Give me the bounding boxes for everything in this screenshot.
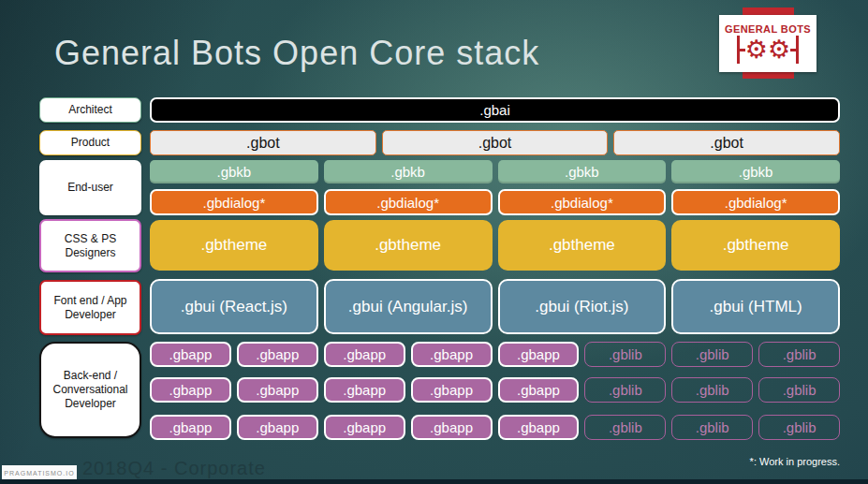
gear-icon: ⚙ (768, 37, 790, 63)
label-frontend-app-developer: Font end / App Developer (39, 280, 141, 335)
row-gbdialog: .gbdialog* .gbdialog* .gbdialog* .gbdial… (150, 189, 840, 215)
logo-brand-text: GENERAL BOTS (725, 23, 811, 35)
gbapp-box: .gbapp (498, 342, 580, 367)
work-in-progress-note: *: Work in progress. (750, 456, 840, 467)
gbapp-box: .gbapp (237, 415, 318, 440)
gbtheme-box: .gbtheme (324, 220, 493, 271)
row-gbapp-2: .gbapp .gbapp .gbapp .gbapp .gbapp .gbli… (150, 377, 840, 403)
row-gbkb: .gbkb .gbkb .gbkb .gbkb (150, 160, 840, 183)
gbapp-box: .gbapp (498, 377, 580, 403)
gbkb-box: .gbkb (671, 160, 840, 183)
row-gbapp-3: .gbapp .gbapp .gbapp .gbapp .gbapp .gbli… (150, 415, 840, 440)
page-title: General Bots Open Core stack (54, 34, 539, 73)
gbot-box: .gbot (613, 130, 840, 155)
gblib-box: .gblib (671, 377, 753, 403)
gbkb-box: .gbkb (150, 160, 318, 183)
gear-icon: ⚙ (745, 37, 768, 63)
gbtheme-box: .gbtheme (671, 220, 840, 271)
gbui-angular-box: .gbui (Angular.js) (324, 279, 493, 334)
gbui-riot-box: .gbui (Riot.js) (498, 279, 667, 334)
gbapp-box: .gbapp (237, 342, 318, 367)
gbdialog-box: .gbdialog* (324, 189, 493, 215)
row-gbot: .gbot .gbot .gbot (150, 130, 840, 155)
gbdialog-box: .gbdialog* (671, 189, 840, 215)
gblib-box: .gblib (671, 342, 753, 367)
gblib-box: .gblib (584, 377, 666, 403)
label-backend-conversational-developer: Back-end / Conversational Developer (39, 342, 141, 438)
bottom-edge-strip (0, 479, 868, 484)
gbapp-box: .gbapp (498, 415, 580, 440)
gbapp-box: .gbapp (324, 342, 405, 367)
gblib-box: .gblib (584, 415, 666, 440)
gblib-box: .gblib (758, 415, 840, 440)
general-bots-logo: GENERAL BOTS ⚙ ⚙ (719, 15, 817, 72)
gbui-react-box: .gbui (React.js) (150, 279, 318, 334)
label-product: Product (39, 130, 141, 155)
gbui-html-box: .gbui (HTML) (671, 279, 840, 334)
gbapp-box: .gbapp (150, 342, 231, 367)
gbapp-box: .gbapp (150, 377, 231, 403)
gbkb-box: .gbkb (324, 160, 493, 183)
gbot-box: .gbot (150, 130, 376, 155)
gbapp-box: .gbapp (411, 377, 493, 403)
gbapp-box: .gbapp (324, 377, 405, 403)
label-css-ps-designers: CSS & PS Designers (39, 219, 141, 272)
gbtheme-box: .gbtheme (150, 220, 318, 271)
gbapp-box: .gbapp (411, 415, 493, 440)
gbdialog-box: .gbdialog* (150, 189, 318, 215)
row-gbtheme: .gbtheme .gbtheme .gbtheme .gbtheme (150, 220, 840, 271)
row-gbapp-1: .gbapp .gbapp .gbapp .gbapp .gbapp .gbli… (150, 342, 840, 367)
gbot-box: .gbot (382, 130, 609, 155)
gbtheme-box: .gbtheme (498, 220, 667, 271)
slide-background: General Bots Open Core stack GENERAL BOT… (0, 0, 868, 484)
slide-caption: 2018Q4 - Corporate (82, 458, 266, 479)
gblib-box: .gblib (758, 342, 840, 367)
gbapp-box: .gbapp (150, 415, 231, 440)
label-end-user: End-user (39, 160, 141, 215)
gbdialog-box: .gbdialog* (498, 189, 667, 215)
gears-icon: ⚙ ⚙ (737, 36, 799, 64)
gblib-box: .gblib (671, 415, 753, 440)
gbapp-box: .gbapp (324, 415, 405, 440)
gblib-box: .gblib (584, 342, 666, 367)
gblib-box: .gblib (758, 377, 840, 403)
gbai-box: .gbai (150, 97, 840, 123)
row-gbui: .gbui (React.js) .gbui (Angular.js) .gbu… (150, 279, 840, 334)
gbapp-box: .gbapp (411, 342, 493, 367)
gbapp-box: .gbapp (237, 377, 318, 403)
gbkb-box: .gbkb (498, 160, 667, 183)
row-gbai: .gbai (150, 97, 840, 123)
pragmatismo-watermark: PRAGMATISMO.IO (2, 465, 77, 480)
label-architect: Architect (39, 97, 141, 123)
gear-bar-right (796, 36, 799, 64)
